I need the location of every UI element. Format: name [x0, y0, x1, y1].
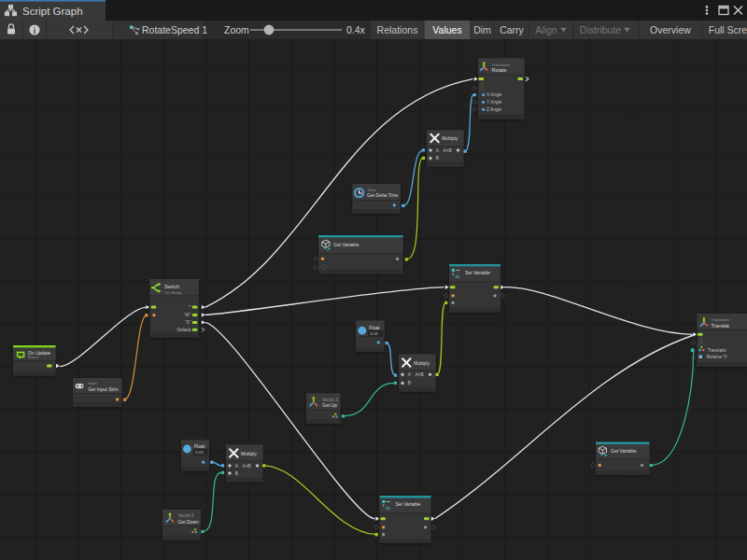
svg-text:Set Variable: Set Variable [396, 501, 421, 507]
svg-text:Vector 3: Vector 3 [322, 398, 338, 402]
svg-text:Overview: Overview [650, 24, 691, 35]
svg-text:Set Variable: Set Variable [465, 270, 490, 275]
svg-text:Values: Values [432, 24, 461, 35]
svg-text:Default: Default [177, 328, 191, 332]
svg-text:i: i [34, 26, 35, 35]
svg-text:Transform: Transform [712, 317, 730, 322]
svg-text:Multiply: Multiply [442, 135, 458, 141]
svg-text:B: B [436, 156, 439, 161]
svg-text:Translat: Translat [712, 323, 730, 329]
svg-text:Full Scre: Full Scre [709, 24, 747, 35]
svg-text:Get Up: Get Up [322, 402, 337, 408]
svg-text:Get Variable: Get Variable [333, 242, 359, 247]
svg-text:Relative Tr: Relative Tr [707, 355, 727, 359]
svg-text:On String: On String [164, 290, 182, 295]
svg-text:Y Angle: Y Angle [486, 100, 502, 105]
svg-text:Float: Float [194, 443, 205, 449]
svg-text:Get Delta Time: Get Delta Time [367, 192, 399, 198]
svg-text:Event: Event [28, 355, 38, 359]
svg-text:Multiply: Multiply [241, 451, 257, 456]
svg-text:Vector 3: Vector 3 [178, 513, 194, 518]
svg-text:A×B: A×B [243, 464, 251, 469]
svg-text:Align: Align [535, 24, 557, 35]
svg-text:Input: Input [88, 381, 97, 385]
svg-text:Relations: Relations [377, 24, 418, 35]
svg-text:0.4x: 0.4x [346, 24, 366, 35]
svg-text:RotateSpeed 1: RotateSpeed 1 [142, 24, 207, 35]
svg-text:Switch: Switch [164, 284, 179, 289]
svg-text:0.01: 0.01 [371, 331, 379, 336]
svg-text:Script Graph: Script Graph [22, 6, 83, 17]
svg-text:Carry: Carry [500, 24, 524, 35]
svg-text:Multiply: Multiply [414, 360, 430, 366]
svg-text:Distribute: Distribute [580, 24, 622, 35]
svg-text:Transform: Transform [492, 63, 511, 67]
svg-text:B: B [235, 471, 238, 476]
svg-text:Translatio: Translatio [708, 348, 726, 353]
svg-text:Get Down: Get Down [178, 519, 199, 525]
svg-text:B: B [408, 381, 411, 385]
svg-text:“”: “” [188, 305, 191, 310]
svg-text:0.01: 0.01 [195, 450, 204, 455]
svg-text:Z Angle: Z Angle [486, 107, 502, 112]
svg-text:A×B: A×B [416, 372, 424, 377]
svg-text:Float: Float [369, 325, 380, 330]
svg-text:Dim: Dim [473, 24, 491, 35]
svg-text:Get Input Strin: Get Input Strin [88, 386, 118, 392]
svg-text:Get Variable: Get Variable [611, 448, 637, 454]
svg-text:Rotate: Rotate [492, 67, 507, 73]
svg-text:X Angle: X Angle [486, 92, 502, 97]
svg-text:A×B: A×B [444, 148, 452, 153]
svg-text:“W”: “W” [184, 313, 191, 317]
svg-text:Zoom: Zoom [224, 24, 249, 35]
svg-text:“S”: “S” [185, 320, 191, 325]
